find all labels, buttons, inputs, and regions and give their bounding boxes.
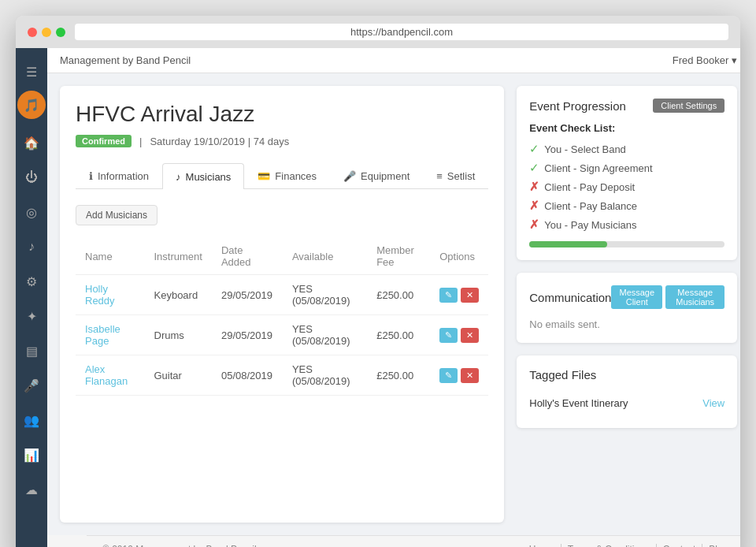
dot-red [28,28,37,37]
check-x-icon: ✗ [529,218,539,232]
footer-links: HomeTerms & ConditionsContactBlog [529,544,734,547]
right-panel: Event Progression Client Settings Event … [517,86,737,523]
delete-button-1[interactable]: ✕ [461,328,479,343]
tagged-file-name-0: Holly's Event Itinerary [529,397,628,409]
sidebar-icon-star[interactable]: ✦ [16,300,47,332]
table-row: Holly Reddy Keyboard 29/05/2019 YES (05/… [76,275,488,315]
tab-musicians-label: Musicians [186,171,232,183]
event-progression-title: Event Progression [529,99,626,113]
delete-button-0[interactable]: ✕ [461,288,479,303]
sidebar-icon-users[interactable]: 👥 [16,404,47,436]
checklist-item-2: ✗Client - Pay Deposit [529,180,724,194]
col-available: Available [283,238,367,275]
footer-link-terms-&-conditions[interactable]: Terms & Conditions [561,544,657,547]
user-menu[interactable]: Fred Booker ▾ [673,54,738,66]
checklist-container: ✓You - Select Band✓Client - Sign Agreeme… [529,142,724,232]
event-progression-panel: Event Progression Client Settings Event … [517,86,737,260]
message-musicians-button[interactable]: Message Musicians [665,285,724,309]
panel-header-tagged: Tagged Files [529,368,724,381]
sidebar-icon-menu[interactable]: ☰ [16,56,47,87]
checklist-item-3: ✗Client - Pay Balance [529,199,724,213]
musician-available-1: YES (05/08/2019) [283,315,367,355]
sidebar-icon-music[interactable]: ♪ [16,231,47,262]
footer-link-contact[interactable]: Contact [657,544,702,547]
musician-name-1[interactable]: Isabelle Page [85,323,120,347]
musician-date-2: 05/08/2019 [212,355,283,396]
tab-setlist[interactable]: ≡ Setlist [423,163,488,188]
col-instrument: Instrument [145,238,212,275]
delete-button-2[interactable]: ✕ [461,368,479,383]
info-icon: ℹ [89,170,93,182]
sidebar-avatar[interactable]: 🎵 [17,91,46,119]
musician-fee-1: £250.00 [367,315,430,355]
main-area: Management by Band Pencil Fred Booker ▾ … [47,48,740,547]
music-icon: ♪ [176,171,181,183]
checklist-item-0: ✓You - Select Band [529,142,724,156]
checklist-item-4: ✗You - Pay Musicians [529,218,724,232]
left-panel: HFVC Arrival Jazz Confirmed | Saturday 1… [60,86,504,523]
tagged-file-view-button-0[interactable]: View [702,397,724,409]
musician-fee-0: £250.00 [367,275,430,315]
checklist-item-label: You - Pay Musicians [544,219,636,231]
check-x-icon: ✗ [529,180,539,194]
musician-date-1: 29/05/2019 [212,315,283,355]
content-wrapper: HFVC Arrival Jazz Confirmed | Saturday 1… [47,73,740,535]
tagged-file-row-0: Holly's Event Itinerary View [529,391,724,415]
musician-instrument-2: Guitar [145,355,212,396]
musician-instrument-0: Keyboard [145,275,212,315]
check-x-icon: ✗ [529,199,539,213]
tab-musicians[interactable]: ♪ Musicians [162,163,244,189]
musician-available-2: YES (05/08/2019) [283,355,367,396]
finances-icon: 💳 [258,170,270,182]
status-badge: Confirmed [76,135,132,147]
tabs: ℹ Information ♪ Musicians 💳 Finances [76,163,488,189]
checklist-item-1: ✓Client - Sign Agreement [529,161,724,175]
tab-information[interactable]: ℹ Information [76,163,162,188]
tab-finances[interactable]: 💳 Finances [244,163,330,188]
sidebar-icon-power[interactable]: ⏻ [16,162,47,193]
check-ok-icon: ✓ [529,161,539,175]
footer-link-home[interactable]: Home [529,544,561,547]
checklist-title: Event Check List: [529,122,724,134]
musician-name-2[interactable]: Alex Flanagan [85,363,128,387]
checklist-item-label: Client - Pay Balance [544,200,637,212]
edit-button-1[interactable]: ✎ [439,328,458,343]
equipment-icon: 🎤 [343,170,356,182]
user-caret-icon: ▾ [732,54,737,66]
sidebar-icon-mic[interactable]: 🎤 [16,370,47,401]
message-client-button[interactable]: Message Client [611,285,662,309]
event-date: | [139,136,142,147]
edit-button-0[interactable]: ✎ [439,288,458,303]
top-bar: Management by Band Pencil Fred Booker ▾ [47,48,740,73]
sidebar-icon-cloud[interactable]: ☁ [16,474,47,505]
action-buttons-2: ✎ ✕ [439,368,479,383]
progress-bar-wrap [529,241,724,247]
sidebar-icon-settings[interactable]: ⚙ [16,266,47,297]
musician-name-0[interactable]: Holly Reddy [85,283,115,307]
browser-dots [28,28,65,37]
checklist-item-label: Client - Pay Deposit [544,181,635,193]
browser-url[interactable]: https://bandpencil.com [75,24,728,40]
table-row: Isabelle Page Drums 29/05/2019 YES (05/0… [76,315,488,355]
client-settings-button[interactable]: Client Settings [653,99,724,113]
sidebar-icon-chart[interactable]: 📊 [16,439,47,471]
add-musicians-button[interactable]: Add Musicians [76,205,158,225]
communication-title: Communication [529,291,611,304]
progress-bar-fill [529,241,607,247]
setlist-icon: ≡ [436,170,443,182]
sidebar-icon-circle[interactable]: ◎ [16,196,47,228]
app-name-label: Management by Band Pencil [60,54,191,66]
edit-button-2[interactable]: ✎ [439,368,458,383]
tab-setlist-label: Setlist [447,170,475,182]
sidebar-icon-home[interactable]: 🏠 [16,127,47,158]
dot-yellow [42,28,51,37]
col-options: Options [430,238,488,275]
footer-link-blog[interactable]: Blog [702,544,734,547]
sidebar-icon-list[interactable]: ▤ [16,335,47,367]
musicians-table: Name Instrument Date Added Available Mem… [76,238,488,396]
tab-finances-label: Finances [275,170,317,182]
tab-equipment[interactable]: 🎤 Equipment [330,163,423,188]
app-layout: ☰ 🎵 🏠 ⏻ ◎ ♪ ⚙ ✦ ▤ 🎤 👥 📊 ☁ Management by … [16,48,740,547]
footer-copyright: © 2019 Management by Band Pencil [102,544,257,547]
browser-window: https://bandpencil.com ☰ 🎵 🏠 ⏻ ◎ ♪ ⚙ ✦ ▤… [16,16,740,547]
